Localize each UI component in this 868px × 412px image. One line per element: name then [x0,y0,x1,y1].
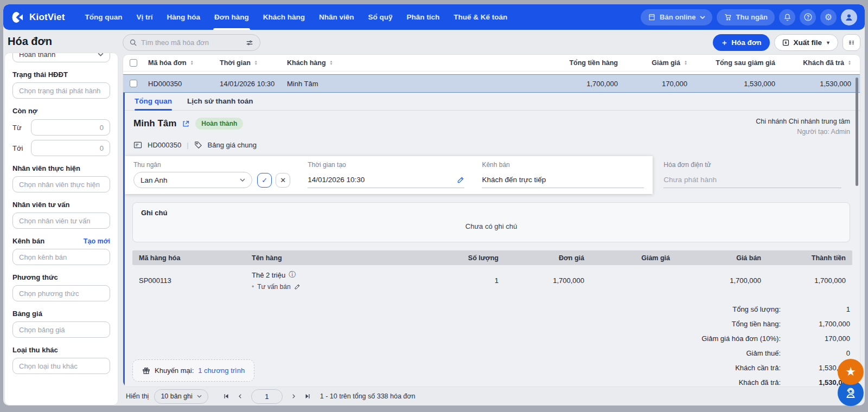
create-channel-link[interactable]: Tạo mới [84,237,110,245]
sort-icon: ▲▼ [190,60,194,66]
invoice-detail-panel: Tổng quan Lịch sử thanh toán Minh Tâm Ho… [123,93,860,387]
chevron-down-icon [98,53,104,56]
product-name-cell: Thẻ 2 triệu ⓘ • Tư vấn bán [252,270,443,291]
debt-from-label: Từ [12,124,25,132]
row-checkbox[interactable] [130,80,137,87]
nav-don-hang[interactable]: Đơn hàng [207,4,256,30]
column-header-discount[interactable]: Giảm giá ▲▼ [652,59,687,67]
filter-group-other-income: Loại thu khác [12,346,110,374]
profile-avatar-button[interactable] [841,9,857,25]
chevron-down-icon [240,178,245,182]
detail-invoice-code: HD000350 [148,141,181,149]
chevron-down-icon: ▼ [826,40,831,46]
page-size-select[interactable]: 10 bản ghi [154,389,208,404]
nav-so-quy[interactable]: Sổ quỹ [361,4,399,30]
nav-thue-ke-toan[interactable]: Thuế & Kế toán [446,4,514,30]
nav-tong-quan[interactable]: Tổng quan [78,4,130,30]
select-all-checkbox[interactable] [130,59,137,67]
channel-input[interactable] [12,249,110,265]
avatar-icon [844,12,854,22]
debt-to-input[interactable] [31,140,110,156]
search-box[interactable] [123,34,260,51]
tab-tong-quan[interactable]: Tổng quan [135,97,172,110]
export-file-button[interactable]: Xuất file ▼ [774,34,838,51]
filter-group-pricebook: Bảng giá [12,310,110,338]
invoice-row-selected[interactable]: HD000350 14/01/2026 10:30 Minh Tâm 1,700… [123,74,860,93]
nav-nhan-vien[interactable]: Nhân viên [312,4,361,30]
pricebook-input[interactable] [12,321,110,338]
editable-fields-panel: Thu ngân Lan Anh ✓ ✕ [125,156,653,194]
advanced-filter-icon[interactable] [245,39,254,47]
search-input[interactable] [141,38,241,47]
filter-label: Nhân viên thực hiện [12,164,110,172]
product-unit-price: 1,700,000 [503,276,584,285]
invoice-customer-cell: Minh Tâm [287,80,528,88]
invoice-code-cell: HD000350 [148,80,220,88]
other-income-input[interactable] [12,358,110,374]
ban-online-button[interactable]: Bán online [641,9,712,25]
rewards-floating-button[interactable]: ★ [838,359,864,385]
nav-vi-tri[interactable]: Vị trí [130,4,160,30]
total-row-tax-discount: Giảm thuế: 0 [746,346,850,360]
column-header-customer[interactable]: Khách hàng ▲▼ [287,59,333,67]
column-header-time[interactable]: Thời gian ▲▼ [220,59,258,67]
vertical-scrollbar[interactable] [856,78,858,186]
detail-tabs: Tổng quan Lịch sử thanh toán [125,93,860,111]
prev-page-button[interactable] [238,393,243,400]
help-button[interactable] [800,9,816,25]
last-page-button[interactable] [304,393,311,400]
confirm-button[interactable]: ✓ [257,173,272,188]
nav-khach-hang[interactable]: Khách hàng [256,4,312,30]
nav-hang-hoa[interactable]: Hàng hóa [160,4,208,30]
gear-icon: ⚙ [825,13,832,22]
thu-ngan-button[interactable]: Thu ngân [717,9,775,25]
consultant-input[interactable] [12,213,110,229]
page-number-input[interactable] [251,389,283,404]
cashier-field: Thu ngân Lan Anh ✓ ✕ [125,161,299,188]
column-settings-button[interactable] [843,34,860,51]
notification-bell-button[interactable] [779,9,795,25]
tab-lich-su-thanh-toan[interactable]: Lịch sử thanh toán [187,97,253,110]
add-invoice-button[interactable]: ＋ Hóa đơn [713,34,770,51]
column-header-total[interactable]: Tổng tiền hàng [569,59,618,67]
page-navigation [222,389,311,404]
cashier-select[interactable]: Lan Anh [133,172,252,188]
product-row[interactable]: SP000113 Thẻ 2 triệu ⓘ • Tư vấn bán [132,265,852,297]
sort-icon: ▲▼ [330,60,333,66]
einvoice-status-input[interactable] [12,82,110,99]
brand[interactable]: KiotViet [11,10,65,24]
show-label: Hiển thị [126,392,149,400]
invoice-status-select[interactable]: Hoàn thành [12,53,110,62]
executor-input[interactable] [12,176,110,192]
einvoice-value: Chưa phát hành [663,176,841,188]
info-icon[interactable]: ⓘ [289,270,296,280]
cancel-button[interactable]: ✕ [276,173,290,188]
external-link-icon[interactable] [182,120,190,128]
nav-phan-tich[interactable]: Phân tích [399,4,446,30]
invoice-list-card: Mã hóa đơn ▲▼ Thời gian ▲▼ Khách hàng ▲▼… [123,54,860,387]
debt-from-input[interactable] [31,119,110,136]
first-page-button[interactable] [222,393,229,400]
next-page-button[interactable] [291,393,296,400]
edit-pencil-icon[interactable] [457,176,464,184]
main-content: ＋ Hóa đơn Xuất file ▼ [118,30,865,405]
promotion-link[interactable]: 1 chương trình [198,366,245,375]
column-header-paid[interactable]: Khách đã trả ▲▼ [803,59,851,67]
brand-name: KiotViet [29,12,65,23]
settings-button[interactable]: ⚙ [820,9,837,25]
created-time-value: 14/01/2026 10:30 [308,176,365,184]
edit-pencil-icon[interactable] [294,284,301,290]
promotion-box[interactable]: Khuyến mại: 1 chương trình [132,359,254,382]
filter-label: Phương thức [12,273,110,281]
invoice-paid-cell: 1,530,000 [775,80,851,88]
column-header-after-discount[interactable]: Tổng sau giảm giá [716,59,775,67]
filter-group-einvoice-status: Trạng thái HĐĐT [12,70,110,99]
method-input[interactable] [12,285,110,301]
total-row-due: Khách cần trả: 1,530,000 [735,360,850,375]
product-code: SP000113 [139,276,247,285]
filter-group-channel: Kênh bán Tạo mới [12,237,110,265]
column-header-code[interactable]: Mã hóa đơn ▲▼ [148,59,194,67]
product-name: Thẻ 2 triệu [252,271,285,279]
app-window: KiotViet Tổng quan Vị trí Hàng hóa Đơn h… [3,4,865,405]
note-box[interactable]: Ghi chú Chưa có ghi chú [132,202,850,242]
